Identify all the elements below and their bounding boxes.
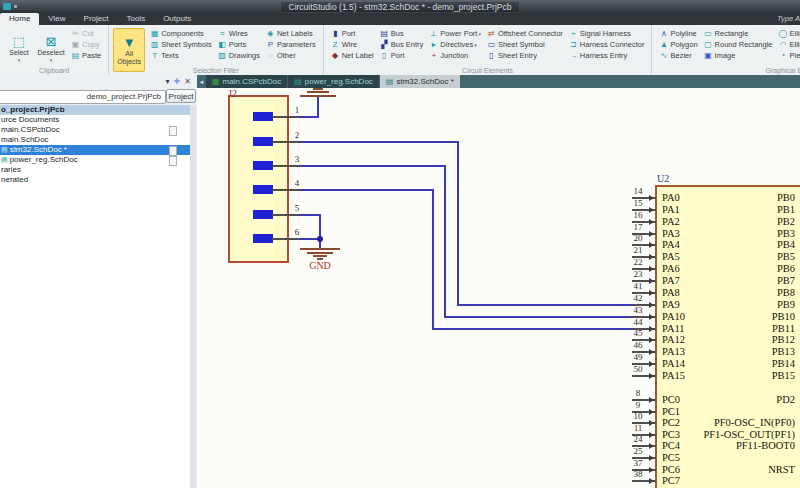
- power-port-button[interactable]: ⊥Power Port▾: [429, 28, 481, 39]
- bezier-button[interactable]: ∿Bezier: [659, 50, 697, 61]
- net-wire[interactable]: [444, 165, 446, 318]
- pin-icon[interactable]: ✛: [174, 78, 181, 86]
- close-icon[interactable]: ✕: [184, 78, 191, 86]
- schematic-canvas[interactable]: J2123456GNDU214PA0PB015PA1PB116PA2PB217P…: [197, 88, 800, 488]
- wires-button[interactable]: ≈Wires: [218, 28, 260, 39]
- net-wire[interactable]: [299, 189, 434, 191]
- document-tab-main-cspcbdoc[interactable]: ▦main.CSPcbDoc: [206, 75, 287, 88]
- polyline-button[interactable]: ∧Polyline: [659, 28, 697, 39]
- connector-pin[interactable]: [253, 161, 273, 170]
- document-tab-power-reg-schdoc[interactable]: ▤power_reg.SchDoc: [288, 75, 379, 88]
- net-label-label: Net Label: [342, 51, 374, 60]
- sheet-symbols-icon: ▥: [150, 40, 159, 49]
- pie-chart-button[interactable]: ◔Pie Chart: [779, 50, 800, 61]
- connector-pin-lead: [272, 165, 301, 167]
- port-button[interactable]: ▯Port: [380, 50, 424, 61]
- round-rectangle-label: Round Rectangle: [715, 40, 773, 49]
- tree-item-main-schdoc[interactable]: main.SchDoc: [0, 135, 190, 145]
- chip-pin-name-right: PB5: [689, 251, 795, 262]
- bezier-icon: ∿: [659, 51, 668, 60]
- all-objects-button[interactable]: ▼All Objects: [113, 28, 145, 72]
- paste-button[interactable]: ▤Paste: [71, 50, 101, 61]
- wire-button[interactable]: ZWire: [331, 39, 374, 50]
- tab-scroll-left-icon[interactable]: ◂: [197, 75, 206, 88]
- ribbon-tab-outputs[interactable]: Outputs: [154, 13, 200, 25]
- net-wire[interactable]: [457, 304, 636, 306]
- connector-pin[interactable]: [253, 185, 273, 194]
- elliptical-arc-button[interactable]: ◠Elliptical Arc: [779, 39, 800, 50]
- project-search-input[interactable]: demo_project.PrjPcb: [0, 90, 166, 104]
- tree-item-urce-documents[interactable]: urce Documents: [0, 115, 190, 125]
- help-hint[interactable]: Type A: [777, 14, 800, 23]
- directives-button[interactable]: ▸Directives▾: [429, 39, 481, 50]
- tree-item-o-project-prjpcb[interactable]: o_project.PrjPcb: [0, 105, 190, 115]
- polyline-label: Polyline: [670, 29, 696, 38]
- ellipse-button[interactable]: ◯Ellipse: [779, 28, 800, 39]
- ribbon-tab-project[interactable]: Project: [75, 13, 118, 25]
- quick-access-icon[interactable]: [14, 5, 17, 8]
- net-wire[interactable]: [299, 214, 321, 216]
- net-wire[interactable]: [432, 328, 636, 330]
- connector-pin[interactable]: [253, 137, 273, 146]
- components-button[interactable]: ▦Components: [150, 28, 211, 39]
- copy-label: Copy: [82, 40, 100, 49]
- net-wire[interactable]: [444, 316, 636, 318]
- parameters-button[interactable]: PParameters: [266, 39, 316, 50]
- chip-pin-number: 50: [625, 364, 651, 374]
- port-button[interactable]: ▮Port: [331, 28, 374, 39]
- sheet-symbol-button[interactable]: ▭Sheet Symbol: [487, 39, 563, 50]
- chip-pin-name-left: PA5: [662, 251, 680, 262]
- ribbon-tab-view[interactable]: View: [39, 13, 74, 25]
- sheet-entry-button[interactable]: ▯Sheet Entry: [487, 50, 563, 61]
- net-wire[interactable]: [299, 141, 459, 143]
- chip-pin-name-right: PF1-OSC_OUT(PF1): [689, 429, 795, 440]
- select-button[interactable]: ⬚Select▾: [4, 28, 34, 70]
- image-button[interactable]: ▣Image: [704, 50, 773, 61]
- tree-item-main-cspcbdoc[interactable]: main.CSPcbDoc: [0, 125, 190, 135]
- ports-button[interactable]: ◧Ports: [218, 39, 260, 50]
- signal-harness-label: Signal Harness: [580, 29, 631, 38]
- net-wire[interactable]: [432, 189, 434, 330]
- tree-item-nerated[interactable]: nerated: [0, 175, 190, 185]
- project-button[interactable]: Project: [166, 89, 196, 103]
- connector-pin[interactable]: [253, 210, 273, 219]
- rectangle-button[interactable]: ▭Rectangle: [704, 28, 773, 39]
- net-wire[interactable]: [299, 116, 319, 118]
- deselect-button[interactable]: ⊠Deselect▾: [36, 28, 66, 70]
- offsheet-connector-button[interactable]: ⇄Offsheet Connector: [487, 28, 563, 39]
- chip-pin-name-right: PB11: [689, 323, 795, 334]
- bus-button[interactable]: ▤Bus: [380, 28, 424, 39]
- net-wire[interactable]: [457, 141, 459, 306]
- net-wire[interactable]: [317, 95, 319, 118]
- panel-scrollbar[interactable]: [190, 105, 196, 488]
- tree-item-power-reg-schdoc[interactable]: ▤power_reg.SchDoc: [0, 155, 190, 165]
- harness-entry-button[interactable]: →Harness Entry: [569, 50, 645, 61]
- signal-harness-button[interactable]: ⌁Signal Harness: [569, 28, 645, 39]
- junction-button[interactable]: +Junction: [429, 50, 481, 61]
- ribbon-tab-home[interactable]: Home: [0, 13, 39, 25]
- paste-label: Paste: [82, 51, 101, 60]
- texts-button[interactable]: TTexts: [150, 50, 211, 61]
- chip-pin-name-left: PA7: [662, 275, 680, 286]
- sheet-symbols-button[interactable]: ▥Sheet Symbols: [150, 39, 211, 50]
- connector-pin[interactable]: [253, 234, 273, 243]
- chip-pin-number: 25: [625, 446, 651, 456]
- document-tab-stm32-schdoc[interactable]: ▤stm32.SchDoc *: [380, 75, 460, 88]
- chevron-down-icon[interactable]: ▾: [166, 78, 170, 86]
- other-button[interactable]: ◌Other: [266, 50, 316, 61]
- connector-pin[interactable]: [253, 112, 273, 121]
- drawings-button[interactable]: ▨Drawings: [218, 50, 260, 61]
- round-rectangle-button[interactable]: ▢Round Rectangle: [704, 39, 773, 50]
- tree-item-label: main.SchDoc: [1, 135, 49, 145]
- bus-entry-icon: ▞: [380, 40, 389, 49]
- polygon-button[interactable]: ▲Polygon: [659, 39, 697, 50]
- net-labels-button[interactable]: ◈Net Labels: [266, 28, 316, 39]
- bus-entry-button[interactable]: ▞Bus Entry: [380, 39, 424, 50]
- net-label-button[interactable]: ◆Net Label: [331, 50, 374, 61]
- net-wire[interactable]: [299, 165, 446, 167]
- tree-item-raries[interactable]: raries: [0, 165, 190, 175]
- ribbon-tab-tools[interactable]: Tools: [117, 13, 154, 25]
- texts-icon: T: [150, 51, 159, 60]
- harness-connector-button[interactable]: ⊐Harness Connector: [569, 39, 645, 50]
- tree-item-stm32-schdoc[interactable]: ▤stm32.SchDoc *: [0, 145, 190, 155]
